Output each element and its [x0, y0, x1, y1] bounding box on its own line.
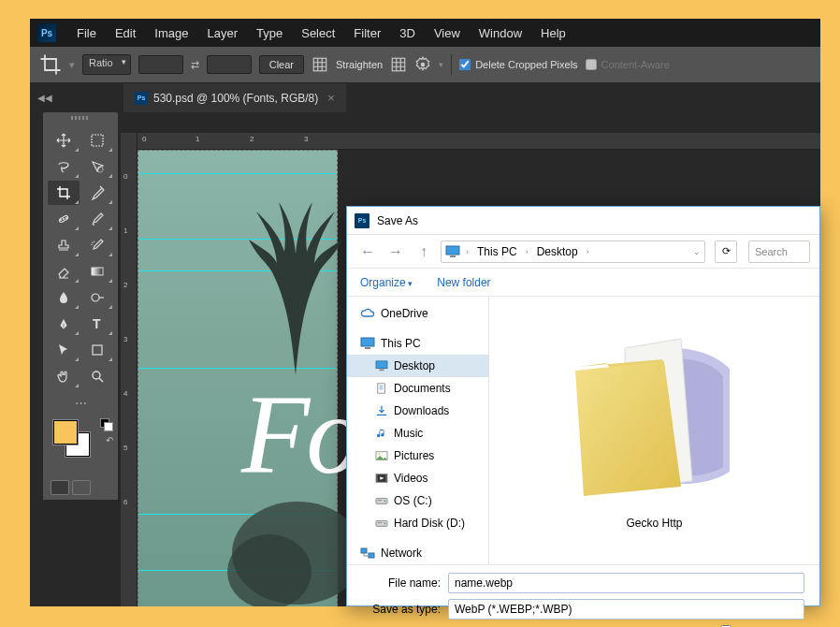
filename-input[interactable]: [448, 573, 804, 593]
marquee-tool[interactable]: [81, 128, 113, 153]
zoom-tool[interactable]: [81, 364, 113, 388]
quick-select-tool[interactable]: [81, 154, 113, 179]
back-icon[interactable]: ←: [356, 241, 379, 263]
horizontal-ruler[interactable]: 0123: [138, 133, 820, 150]
forward-icon: →: [384, 241, 407, 263]
swap-icon[interactable]: ⇄: [191, 59, 199, 71]
breadcrumb[interactable]: › This PC › Desktop › ⌄: [441, 241, 705, 263]
menu-select[interactable]: Select: [292, 26, 344, 40]
photoshop-icon: Ps: [355, 213, 369, 228]
path-select-tool[interactable]: [48, 338, 80, 362]
tree-item-pictures[interactable]: Pictures: [347, 445, 488, 467]
folder-label[interactable]: Gecko Http: [626, 517, 682, 530]
foreground-color[interactable]: [53, 420, 78, 445]
crop-tool-icon[interactable]: [39, 53, 62, 76]
blur-tool[interactable]: [48, 285, 80, 310]
folder-tree[interactable]: OneDriveThis PCDesktopDocumentsDownloads…: [347, 297, 489, 564]
dodge-tool[interactable]: [81, 285, 113, 310]
shape-tool[interactable]: [81, 338, 113, 362]
swap-colors-icon[interactable]: ↶: [106, 435, 113, 445]
menu-layer[interactable]: Layer: [198, 26, 248, 40]
hand-tool[interactable]: [48, 364, 80, 388]
savetype-select[interactable]: [448, 599, 804, 620]
menu-file[interactable]: File: [67, 26, 106, 40]
history-brush-tool[interactable]: [81, 233, 113, 257]
new-folder-button[interactable]: New folder: [437, 276, 490, 289]
svg-rect-21: [379, 369, 384, 371]
eyedropper-tool[interactable]: [81, 181, 113, 205]
settings-icon[interactable]: [414, 56, 431, 73]
tree-item-this-pc[interactable]: This PC: [347, 332, 488, 355]
menu-view[interactable]: View: [425, 26, 470, 40]
save-as-dialog: Ps Save As ← → ↑ › This PC › Desktop › ⌄…: [346, 206, 820, 606]
tree-item-documents[interactable]: Documents: [347, 377, 488, 400]
lasso-tool[interactable]: [48, 154, 80, 179]
crop-height-input[interactable]: [207, 55, 252, 74]
search-input[interactable]: Search: [748, 241, 810, 263]
svg-rect-20: [376, 361, 387, 369]
menu-3d[interactable]: 3D: [390, 26, 425, 40]
menu-type[interactable]: Type: [247, 26, 292, 40]
refresh-icon[interactable]: ⟳: [715, 241, 737, 263]
brush-tool[interactable]: [81, 207, 113, 231]
svg-rect-1: [392, 58, 405, 71]
clear-button[interactable]: Clear: [259, 55, 304, 74]
menu-help[interactable]: Help: [531, 26, 575, 40]
antler-graphic: [221, 188, 347, 375]
delete-cropped-checkbox[interactable]: Delete Cropped Pixels: [459, 59, 577, 70]
tree-item-videos[interactable]: Videos: [347, 467, 488, 489]
organize-dropdown[interactable]: Organize: [360, 276, 413, 289]
svg-point-15: [227, 534, 311, 606]
content-aware-checkbox[interactable]: Content-Aware: [586, 59, 670, 70]
tree-item-hard-disk-d-[interactable]: Hard Disk (D:): [347, 512, 488, 534]
dialog-titlebar[interactable]: Ps Save As: [347, 207, 819, 235]
pen-tool[interactable]: [48, 312, 80, 336]
menu-filter[interactable]: Filter: [344, 26, 390, 40]
svg-rect-12: [93, 345, 102, 355]
tree-item-downloads[interactable]: Downloads: [347, 400, 488, 422]
pc-icon: [445, 245, 460, 258]
color-swatches[interactable]: ↶: [53, 420, 93, 459]
edit-toolbar[interactable]: ⋯: [48, 390, 113, 415]
svg-rect-22: [378, 384, 385, 393]
document-tab[interactable]: Ps 530.psd @ 100% (Fonts, RGB/8) ×: [123, 82, 346, 112]
grid-icon[interactable]: [390, 56, 407, 73]
crop-width-input[interactable]: [138, 55, 183, 74]
straighten-label[interactable]: Straighten: [336, 59, 383, 70]
stamp-tool[interactable]: [48, 233, 80, 257]
canvas[interactable]: Fo: [138, 150, 338, 606]
tree-item-os-c-[interactable]: OS (C:): [347, 489, 488, 512]
tree-item-desktop[interactable]: Desktop: [347, 355, 488, 377]
healing-tool[interactable]: [48, 207, 80, 231]
quickmask-mode[interactable]: [72, 480, 91, 495]
svg-rect-34: [361, 548, 367, 553]
menu-edit[interactable]: Edit: [106, 26, 145, 40]
chevron-down-icon[interactable]: ⌄: [693, 247, 701, 256]
tree-item-network[interactable]: Network: [347, 542, 488, 564]
toolbox-handle[interactable]: [43, 112, 118, 124]
tree-item-onedrive[interactable]: OneDrive: [347, 302, 488, 325]
filename-label: File name:: [362, 576, 448, 590]
move-tool[interactable]: [48, 128, 80, 153]
default-colors-icon[interactable]: [100, 418, 113, 431]
svg-rect-35: [369, 553, 374, 558]
close-tab-icon[interactable]: ×: [327, 91, 335, 105]
overlay-icon[interactable]: [311, 56, 328, 73]
ratio-select[interactable]: Ratio: [82, 54, 131, 75]
gradient-tool[interactable]: [81, 259, 113, 284]
menu-image[interactable]: Image: [145, 26, 197, 40]
type-tool[interactable]: T: [81, 312, 113, 336]
crop-tool[interactable]: [48, 181, 80, 205]
standard-mode[interactable]: [51, 480, 69, 495]
options-bar: ▾ Ratio ⇄ Clear Straighten ▾ Delete Crop…: [30, 47, 820, 82]
svg-rect-16: [446, 246, 459, 255]
vertical-ruler[interactable]: 0123456: [121, 133, 138, 606]
svg-rect-30: [378, 500, 382, 501]
file-list[interactable]: Gecko Http: [489, 297, 819, 564]
up-icon[interactable]: ↑: [413, 241, 435, 263]
folder-icon[interactable]: [561, 331, 748, 500]
tree-item-music[interactable]: Music: [347, 422, 488, 445]
menu-window[interactable]: Window: [470, 26, 531, 40]
panel-toggle-icon[interactable]: ◀◀: [30, 82, 60, 112]
eraser-tool[interactable]: [48, 259, 80, 284]
